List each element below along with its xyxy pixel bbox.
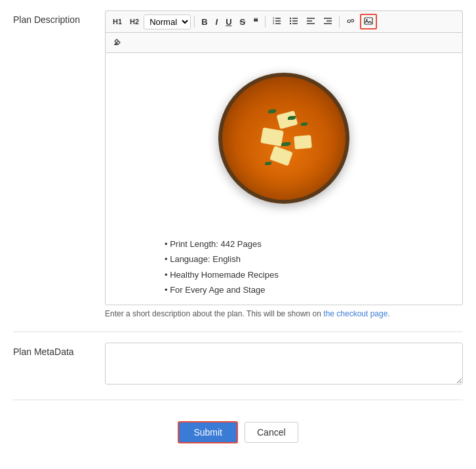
curry-bowl-visual [218, 73, 349, 204]
svg-text:3: 3 [273, 22, 275, 25]
image-button[interactable] [360, 14, 377, 29]
plan-metadata-row: Plan MetaData [13, 343, 463, 386]
submit-button[interactable]: Submit [178, 421, 238, 443]
checkout-link[interactable]: the checkout page [323, 309, 387, 318]
editor-toolbar: H1 H2 Normal B I U S ❝ 1 [105, 10, 463, 32]
italic-button[interactable]: I [212, 16, 222, 28]
editor-toolbar-row2 [105, 32, 463, 52]
bullet-item-2: Language: English [165, 252, 279, 267]
metadata-input[interactable] [105, 343, 463, 385]
align-left-button[interactable] [303, 14, 319, 29]
svg-point-19 [367, 19, 368, 20]
bullet-item-4: For Every Age and Stage [165, 282, 279, 297]
toolbar-separator-2 [265, 16, 266, 28]
herb-2 [301, 122, 307, 126]
quote-button[interactable]: ❝ [250, 15, 262, 28]
form-container: Plan Description H1 H2 Normal B I U S ❝ [0, 0, 476, 467]
bullet-item-3: Healthy Homemade Recipes [165, 267, 279, 282]
link-button[interactable] [343, 14, 359, 29]
underline-button[interactable]: U [222, 16, 235, 28]
clear-format-button[interactable] [109, 35, 125, 50]
plan-description-row: Plan Description H1 H2 Normal B I U S ❝ [13, 10, 463, 318]
divider-2 [13, 400, 463, 400]
svg-point-11 [290, 23, 291, 24]
plan-metadata-label: Plan MetaData [13, 343, 105, 357]
editor-hint-text: Enter a short description about the plan… [105, 309, 463, 318]
svg-point-9 [290, 18, 291, 19]
bold-button[interactable]: B [198, 16, 210, 28]
h2-button[interactable]: H2 [127, 16, 142, 28]
herb-5 [288, 116, 296, 120]
food-image [212, 73, 356, 217]
paneer-piece-4 [269, 146, 293, 166]
unordered-list-button[interactable] [286, 14, 302, 29]
herb-4 [265, 162, 271, 165]
herb-1 [268, 109, 276, 113]
toolbar-separator-1 [194, 16, 195, 28]
paneer-piece-3 [294, 135, 312, 149]
paneer-piece-1 [277, 111, 298, 129]
plan-description-label: Plan Description [13, 10, 105, 25]
bullet-item-1: Print Length: 442 Pages [165, 236, 279, 252]
svg-point-10 [290, 20, 291, 22]
form-buttons: Submit Cancel [13, 411, 463, 457]
toolbar-separator-3 [339, 16, 340, 28]
plan-metadata-field [105, 343, 463, 386]
h1-button[interactable]: H1 [109, 16, 125, 28]
strikethrough-button[interactable]: S [237, 16, 249, 28]
content-bullet-list: Print Length: 442 Pages Language: Englis… [165, 236, 279, 298]
text-style-select[interactable]: Normal [144, 14, 191, 29]
cancel-button[interactable]: Cancel [245, 422, 298, 443]
herb-3 [281, 142, 290, 146]
editor-area[interactable]: Print Length: 442 Pages Language: Englis… [105, 52, 463, 305]
align-right-button[interactable] [320, 14, 336, 29]
plan-description-field: H1 H2 Normal B I U S ❝ 1 [105, 10, 463, 318]
ordered-list-button[interactable]: 1 2 3 [269, 14, 285, 29]
divider-1 [13, 331, 463, 332]
paneer-piece-2 [260, 127, 284, 146]
